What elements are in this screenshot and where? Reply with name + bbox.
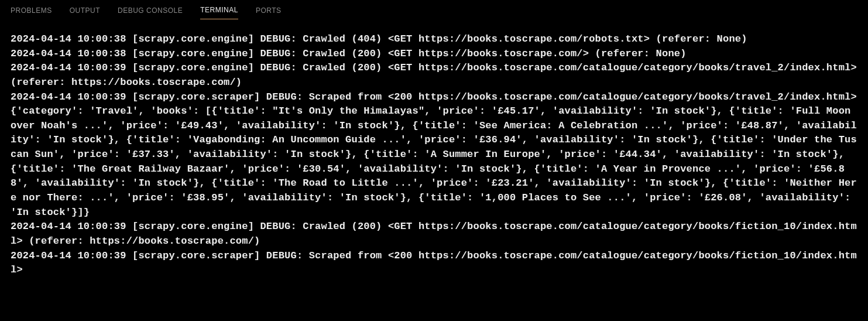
tab-ports[interactable]: PORTS	[256, 2, 282, 19]
tab-debug-console[interactable]: DEBUG CONSOLE	[118, 2, 183, 19]
panel-tab-bar: PROBLEMS OUTPUT DEBUG CONSOLE TERMINAL P…	[0, 0, 868, 21]
tab-terminal[interactable]: TERMINAL	[200, 1, 238, 19]
terminal-output[interactable]: 2024-04-14 10:00:38 [scrapy.core.engine]…	[0, 21, 868, 278]
tab-output[interactable]: OUTPUT	[70, 2, 100, 19]
tab-problems[interactable]: PROBLEMS	[11, 2, 52, 19]
